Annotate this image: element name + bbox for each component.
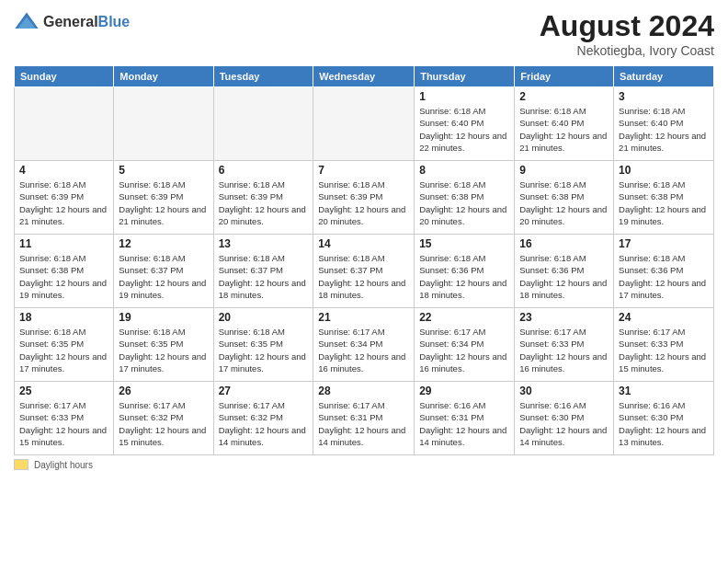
table-row <box>15 87 114 161</box>
calendar-week-row: 18 Sunrise: 6:18 AMSunset: 6:35 PMDaylig… <box>15 308 714 382</box>
day-number: 30 <box>519 385 609 397</box>
legend: Daylight hours <box>14 459 714 470</box>
day-number: 3 <box>619 90 709 103</box>
table-row <box>114 87 213 161</box>
day-detail: Sunrise: 6:18 AMSunset: 6:39 PMDaylight:… <box>119 178 208 227</box>
day-number: 22 <box>419 311 509 324</box>
table-row: 10 Sunrise: 6:18 AMSunset: 6:38 PMDaylig… <box>614 161 714 235</box>
day-number: 1 <box>419 90 509 103</box>
day-number: 31 <box>619 385 709 397</box>
table-row: 26 Sunrise: 6:17 AMSunset: 6:32 PMDaylig… <box>114 382 213 455</box>
header-wednesday: Wednesday <box>313 66 415 87</box>
table-row: 30 Sunrise: 6:16 AMSunset: 6:30 PMDaylig… <box>515 382 614 455</box>
day-number: 20 <box>219 311 309 324</box>
day-detail: Sunrise: 6:18 AMSunset: 6:35 PMDaylight:… <box>119 326 208 374</box>
header-friday: Friday <box>515 66 614 87</box>
header-sunday: Sunday <box>15 66 114 87</box>
day-number: 18 <box>19 311 108 324</box>
table-row: 8 Sunrise: 6:18 AMSunset: 6:38 PMDayligh… <box>415 161 515 235</box>
table-row: 11 Sunrise: 6:18 AMSunset: 6:38 PMDaylig… <box>15 235 114 308</box>
day-number: 4 <box>19 164 108 177</box>
header-saturday: Saturday <box>614 66 714 87</box>
title-block: August 2024 Nekotiegba, Ivory Coast <box>540 9 714 58</box>
day-detail: Sunrise: 6:18 AMSunset: 6:39 PMDaylight:… <box>219 178 309 227</box>
day-number: 2 <box>519 90 609 103</box>
day-detail: Sunrise: 6:18 AMSunset: 6:38 PMDaylight:… <box>19 252 108 301</box>
logo-general: General <box>43 14 98 29</box>
day-number: 19 <box>119 311 208 324</box>
table-row: 7 Sunrise: 6:18 AMSunset: 6:39 PMDayligh… <box>313 161 415 235</box>
day-detail: Sunrise: 6:17 AMSunset: 6:34 PMDaylight:… <box>419 326 509 374</box>
table-row: 19 Sunrise: 6:18 AMSunset: 6:35 PMDaylig… <box>114 308 213 382</box>
day-detail: Sunrise: 6:18 AMSunset: 6:39 PMDaylight:… <box>19 178 108 227</box>
logo: GeneralBlue <box>14 9 130 35</box>
table-row: 31 Sunrise: 6:16 AMSunset: 6:30 PMDaylig… <box>614 382 714 455</box>
table-row: 16 Sunrise: 6:18 AMSunset: 6:36 PMDaylig… <box>515 235 614 308</box>
table-row: 22 Sunrise: 6:17 AMSunset: 6:34 PMDaylig… <box>415 308 515 382</box>
day-number: 26 <box>119 385 208 397</box>
day-detail: Sunrise: 6:18 AMSunset: 6:38 PMDaylight:… <box>619 178 709 227</box>
day-number: 21 <box>318 311 409 324</box>
table-row: 5 Sunrise: 6:18 AMSunset: 6:39 PMDayligh… <box>114 161 213 235</box>
day-number: 23 <box>519 311 609 324</box>
day-number: 6 <box>219 164 309 177</box>
day-number: 17 <box>619 237 709 250</box>
day-number: 10 <box>619 164 709 177</box>
day-detail: Sunrise: 6:16 AMSunset: 6:30 PMDaylight:… <box>519 399 609 448</box>
day-detail: Sunrise: 6:18 AMSunset: 6:40 PMDaylight:… <box>419 105 509 154</box>
table-row: 14 Sunrise: 6:18 AMSunset: 6:37 PMDaylig… <box>313 235 415 308</box>
header-monday: Monday <box>114 66 213 87</box>
day-number: 27 <box>219 385 309 397</box>
table-row: 2 Sunrise: 6:18 AMSunset: 6:40 PMDayligh… <box>515 87 614 161</box>
table-row: 23 Sunrise: 6:17 AMSunset: 6:33 PMDaylig… <box>515 308 614 382</box>
logo-blue: Blue <box>98 14 131 29</box>
calendar-week-row: 25 Sunrise: 6:17 AMSunset: 6:33 PMDaylig… <box>15 382 714 455</box>
day-number: 14 <box>318 237 409 250</box>
table-row: 15 Sunrise: 6:18 AMSunset: 6:36 PMDaylig… <box>415 235 515 308</box>
day-detail: Sunrise: 6:18 AMSunset: 6:37 PMDaylight:… <box>318 252 409 301</box>
day-number: 15 <box>419 237 509 250</box>
day-detail: Sunrise: 6:18 AMSunset: 6:39 PMDaylight:… <box>318 178 409 227</box>
day-detail: Sunrise: 6:18 AMSunset: 6:36 PMDaylight:… <box>419 252 509 301</box>
main-title: August 2024 <box>540 9 714 43</box>
table-row <box>213 87 313 161</box>
day-detail: Sunrise: 6:17 AMSunset: 6:33 PMDaylight:… <box>19 399 108 448</box>
logo-text: GeneralBlue <box>43 14 130 30</box>
table-row: 29 Sunrise: 6:16 AMSunset: 6:31 PMDaylig… <box>415 382 515 455</box>
day-detail: Sunrise: 6:17 AMSunset: 6:33 PMDaylight:… <box>619 326 709 374</box>
day-detail: Sunrise: 6:18 AMSunset: 6:36 PMDaylight:… <box>519 252 609 301</box>
header-thursday: Thursday <box>415 66 515 87</box>
table-row: 9 Sunrise: 6:18 AMSunset: 6:38 PMDayligh… <box>515 161 614 235</box>
table-row: 3 Sunrise: 6:18 AMSunset: 6:40 PMDayligh… <box>614 87 714 161</box>
table-row: 13 Sunrise: 6:18 AMSunset: 6:37 PMDaylig… <box>213 235 313 308</box>
table-row: 18 Sunrise: 6:18 AMSunset: 6:35 PMDaylig… <box>15 308 114 382</box>
table-row: 4 Sunrise: 6:18 AMSunset: 6:39 PMDayligh… <box>15 161 114 235</box>
day-number: 5 <box>119 164 208 177</box>
day-number: 8 <box>419 164 509 177</box>
table-row: 20 Sunrise: 6:18 AMSunset: 6:35 PMDaylig… <box>213 308 313 382</box>
logo-icon <box>14 9 40 35</box>
calendar-week-row: 4 Sunrise: 6:18 AMSunset: 6:39 PMDayligh… <box>15 161 714 235</box>
table-row: 17 Sunrise: 6:18 AMSunset: 6:36 PMDaylig… <box>614 235 714 308</box>
day-detail: Sunrise: 6:16 AMSunset: 6:31 PMDaylight:… <box>419 399 509 448</box>
day-detail: Sunrise: 6:18 AMSunset: 6:35 PMDaylight:… <box>19 326 108 374</box>
table-row: 12 Sunrise: 6:18 AMSunset: 6:37 PMDaylig… <box>114 235 213 308</box>
calendar-header-row: Sunday Monday Tuesday Wednesday Thursday… <box>15 66 714 87</box>
day-number: 9 <box>519 164 609 177</box>
day-number: 24 <box>619 311 709 324</box>
day-detail: Sunrise: 6:16 AMSunset: 6:30 PMDaylight:… <box>619 399 709 448</box>
table-row: 21 Sunrise: 6:17 AMSunset: 6:34 PMDaylig… <box>313 308 415 382</box>
table-row: 1 Sunrise: 6:18 AMSunset: 6:40 PMDayligh… <box>415 87 515 161</box>
legend-color-swatch <box>14 459 28 470</box>
day-number: 11 <box>19 237 108 250</box>
table-row: 6 Sunrise: 6:18 AMSunset: 6:39 PMDayligh… <box>213 161 313 235</box>
header-tuesday: Tuesday <box>213 66 313 87</box>
day-detail: Sunrise: 6:18 AMSunset: 6:36 PMDaylight:… <box>619 252 709 301</box>
day-number: 13 <box>219 237 309 250</box>
calendar-table: Sunday Monday Tuesday Wednesday Thursday… <box>14 65 714 455</box>
table-row: 25 Sunrise: 6:17 AMSunset: 6:33 PMDaylig… <box>15 382 114 455</box>
day-detail: Sunrise: 6:17 AMSunset: 6:34 PMDaylight:… <box>318 326 409 374</box>
day-number: 16 <box>519 237 609 250</box>
page-container: GeneralBlue August 2024 Nekotiegba, Ivor… <box>0 0 728 475</box>
day-detail: Sunrise: 6:18 AMSunset: 6:40 PMDaylight:… <box>519 105 609 154</box>
